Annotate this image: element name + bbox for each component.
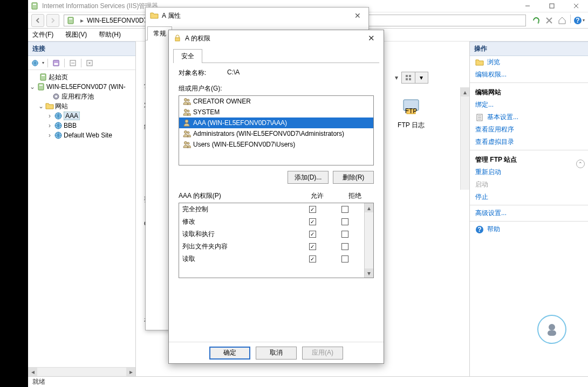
status-text: 就绪 — [32, 377, 45, 386]
action-help[interactable]: 帮助 — [470, 223, 588, 236]
action-stop[interactable]: 停止 — [470, 191, 588, 203]
allow-checkbox[interactable]: ✓ — [309, 231, 316, 238]
svg-rect-22 — [406, 78, 408, 80]
ok-button[interactable]: 确定 — [209, 347, 250, 360]
server-icon — [66, 16, 75, 25]
status-bar: 就绪 — [28, 376, 588, 387]
folder-icon — [475, 58, 484, 67]
svg-rect-20 — [406, 75, 408, 77]
allow-checkbox[interactable]: ✓ — [309, 243, 316, 250]
connections-panel: 连接 ▾ 起始页 ⌄WIN-EL5EFONV0D7 (WIN- 应用程序池 ⌄网… — [28, 42, 136, 376]
stop-button[interactable] — [543, 15, 555, 26]
close-button[interactable] — [564, 0, 588, 12]
menu-help[interactable]: 帮助(H) — [99, 30, 121, 39]
object-name-label: 对象名称: — [179, 68, 227, 78]
action-header: 管理 FTP 站点 — [470, 152, 588, 166]
action-bindings[interactable]: 绑定... — [470, 99, 588, 111]
action-browse[interactable]: 浏览 — [470, 56, 588, 68]
gear-icon — [52, 92, 60, 101]
iis-icon — [30, 2, 39, 10]
permission-row: 读取和执行✓ — [179, 228, 364, 240]
group-item[interactable]: CREATOR OWNER — [179, 96, 373, 107]
close-icon[interactable]: ✕ — [351, 11, 364, 20]
connect-button[interactable] — [30, 58, 40, 68]
doc-icon — [475, 113, 484, 122]
forward-button[interactable] — [46, 14, 59, 27]
cancel-button[interactable]: 取消 — [256, 347, 297, 360]
collapse-button[interactable]: ⌃ — [576, 160, 585, 168]
svg-point-24 — [549, 324, 555, 330]
refresh-button[interactable] — [530, 15, 542, 26]
up-button[interactable] — [68, 58, 78, 68]
action-view-applications[interactable]: 查看应用程序 — [470, 123, 588, 136]
action-edit-permissions[interactable]: 编辑权限... — [470, 68, 588, 81]
perm-scrollbar[interactable]: ▴▾ — [364, 203, 373, 278]
svg-rect-17 — [550, 4, 554, 8]
permission-row: 修改✓ — [179, 216, 364, 228]
breadcrumb-item[interactable]: WIN-EL5EFONV0D7 — [87, 17, 147, 24]
allow-checkbox[interactable]: ✓ — [309, 218, 316, 225]
group-item-selected[interactable]: AAA (WIN-EL5EFONV0D7\AAA) — [179, 118, 373, 128]
actions-panel: 操作 浏览 编辑权限... 编辑网站 绑定... 基本设置... 查看应用程序 … — [469, 42, 588, 376]
tab-security[interactable]: 安全 — [173, 49, 202, 63]
allow-checkbox[interactable]: ✓ — [309, 206, 316, 213]
menu-view[interactable]: 视图(V) — [65, 30, 87, 39]
delete-button[interactable] — [85, 58, 94, 68]
tree-node-apppool[interactable]: 应用程序池 — [29, 92, 134, 101]
tree-scrollbar[interactable]: ◂▸ — [28, 367, 135, 376]
tree-node-default[interactable]: ›Default Web Site — [29, 130, 134, 140]
group-item[interactable]: SYSTEM — [179, 107, 373, 118]
allow-checkbox[interactable]: ✓ — [309, 255, 316, 262]
globe-icon — [54, 121, 63, 130]
ftp-log-tile[interactable]: FTP 日志 — [389, 95, 433, 130]
home-button[interactable] — [556, 15, 568, 26]
action-basic-settings[interactable]: 基本设置... — [470, 111, 588, 123]
group-item[interactable]: Users (WIN-EL5EFONV0D7\Users) — [179, 139, 373, 150]
tree-node-start[interactable]: 起始页 — [29, 72, 134, 82]
globe-icon — [54, 112, 63, 120]
deny-checkbox[interactable] — [341, 243, 348, 250]
maximize-button[interactable] — [539, 0, 564, 12]
close-button[interactable]: ✕ — [363, 32, 379, 44]
permission-row: 完全控制✓ — [179, 203, 364, 216]
groups-listbox[interactable]: CREATOR OWNER SYSTEM AAA (WIN-EL5EFONV0D… — [179, 95, 374, 165]
tree-node-bbb[interactable]: ›BBB — [29, 121, 134, 130]
svg-rect-25 — [548, 330, 556, 336]
window-title: Internet Information Services (IIS)管理器 — [42, 2, 158, 11]
action-advanced[interactable]: 高级设置... — [470, 207, 588, 219]
svg-rect-21 — [409, 75, 411, 77]
save-button[interactable] — [51, 58, 61, 68]
deny-checkbox[interactable] — [341, 231, 348, 238]
group-item[interactable]: Administrators (WIN-EL5EFONV0D7\Administ… — [179, 128, 373, 139]
users-icon — [182, 129, 191, 138]
action-header: 编辑网站 — [470, 85, 588, 99]
help-icon — [475, 225, 484, 234]
application-window: Internet Information Services (IIS)管理器 ▸… — [28, 0, 588, 387]
remove-button[interactable]: 删除(R) — [333, 171, 374, 184]
back-button[interactable] — [31, 14, 44, 27]
minimize-button[interactable] — [515, 0, 539, 12]
allow-column: 允许 — [298, 191, 336, 201]
users-icon — [182, 97, 191, 106]
view-switcher[interactable]: ▾ — [401, 72, 428, 84]
deny-column: 拒绝 — [336, 191, 374, 201]
permissions-list: 完全控制✓ 修改✓ 读取和执行✓ 列出文件夹内容✓ 读取✓ ▴▾ — [179, 203, 374, 278]
content-scrollbar[interactable]: ▴ — [460, 87, 469, 190]
action-view-vdirs[interactable]: 查看虚拟目录 — [470, 136, 588, 148]
server-icon — [37, 82, 45, 91]
start-page-icon — [39, 73, 47, 81]
menu-file[interactable]: 文件(F) — [32, 30, 53, 39]
users-icon — [182, 140, 191, 149]
deny-checkbox[interactable] — [341, 218, 348, 225]
tree-node-sites[interactable]: ⌄网站 — [29, 101, 134, 111]
action-restart[interactable]: 重新启动 — [470, 166, 588, 178]
deny-checkbox[interactable] — [341, 206, 348, 213]
tree-node-aaa[interactable]: ›AAA — [29, 111, 134, 121]
permission-row: 列出文件夹内容✓ — [179, 240, 364, 253]
apply-button: 应用(A) — [302, 347, 343, 360]
help-button[interactable]: ▾ — [573, 15, 585, 26]
tree-node-server[interactable]: ⌄WIN-EL5EFONV0D7 (WIN- — [29, 82, 134, 92]
add-button[interactable]: 添加(D)... — [288, 171, 329, 184]
deny-checkbox[interactable] — [341, 255, 348, 262]
dialog-title: A 的权限 — [185, 34, 210, 43]
